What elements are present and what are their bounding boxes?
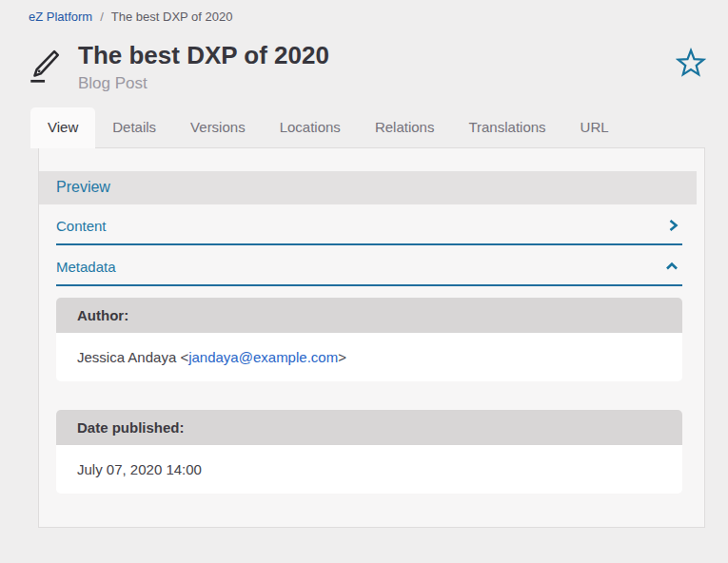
chevron-right-icon	[668, 219, 679, 232]
content-tabs: View Details Versions Locations Relation…	[30, 107, 728, 147]
view-tab-panel: Preview Content Metadata Author:	[38, 147, 705, 528]
breadcrumb-home-link[interactable]: eZ Platform	[29, 10, 92, 24]
tab-view[interactable]: View	[30, 107, 95, 148]
preview-bar: Preview	[39, 171, 697, 204]
author-name-prefix: Jessica Andaya <	[77, 349, 188, 365]
star-outline-icon	[676, 67, 706, 81]
date-published-field-value: July 07, 2020 14:00	[56, 445, 682, 494]
content-type-label: Blog Post	[78, 74, 676, 93]
bookmark-button[interactable]	[676, 48, 706, 81]
section-header-metadata[interactable]: Metadata	[56, 245, 682, 286]
panel-inner: Content Metadata Author: Jessica Andaya …	[39, 204, 704, 494]
tab-versions[interactable]: Versions	[173, 107, 263, 147]
author-email-link[interactable]: jandaya@example.com	[188, 349, 338, 365]
author-name-suffix: >	[338, 349, 346, 365]
tab-locations[interactable]: Locations	[263, 107, 358, 147]
breadcrumb-current: The best DXP of 2020	[111, 10, 233, 24]
date-published-card: Date published: July 07, 2020 14:00	[56, 410, 682, 494]
tab-url[interactable]: URL	[563, 107, 626, 147]
content-header: The best DXP of 2020 Blog Post	[0, 24, 728, 93]
title-block: The best DXP of 2020 Blog Post	[78, 42, 676, 93]
tab-relations[interactable]: Relations	[358, 107, 452, 147]
breadcrumb-separator: /	[100, 10, 104, 24]
section-content-label: Content	[56, 218, 107, 234]
date-published-field-label: Date published:	[56, 410, 682, 445]
breadcrumb: eZ Platform / The best DXP of 2020	[0, 0, 728, 24]
section-header-content[interactable]: Content	[56, 204, 682, 245]
author-card: Author: Jessica Andaya <jandaya@example.…	[56, 298, 682, 381]
tab-details[interactable]: Details	[95, 107, 173, 147]
page-title: The best DXP of 2020	[78, 42, 676, 70]
author-field-value: Jessica Andaya <jandaya@example.com>	[56, 333, 682, 381]
pen-edit-icon	[26, 47, 62, 90]
author-field-label: Author:	[56, 298, 682, 333]
section-metadata-label: Metadata	[56, 259, 116, 275]
preview-label: Preview	[56, 179, 110, 195]
tab-translations[interactable]: Translations	[451, 107, 562, 147]
chevron-up-icon	[665, 262, 679, 271]
